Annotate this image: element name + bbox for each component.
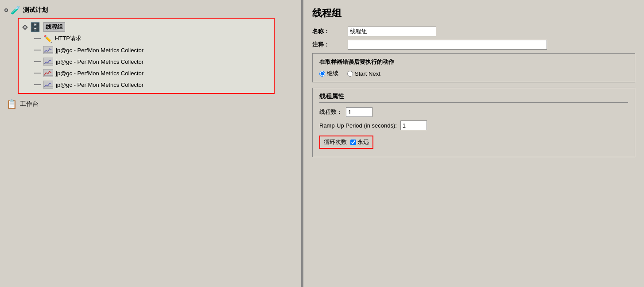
h-line-5 [34, 84, 41, 85]
ramp-up-input[interactable] [400, 120, 427, 130]
svg-rect-0 [43, 46, 53, 54]
workbench-icon: 📋 [6, 99, 17, 109]
root-node: 🧪 测试计划 [4, 4, 297, 16]
perfmon-label-1: jp@gc - PerfMon Metrics Collector [56, 47, 144, 54]
action-radio-row: 继续 Start Next [319, 70, 628, 78]
thread-group-row[interactable]: 🗄️ 线程组 [23, 21, 269, 33]
svg-rect-2 [43, 58, 53, 66]
thread-props-section: 线程属性 线程数： Ramp-Up Period (in seconds): 循… [312, 88, 635, 157]
root-connector [4, 8, 8, 12]
comment-row: 注释： [312, 40, 635, 50]
h-line-2 [34, 50, 41, 50]
perfmon-row-4[interactable]: jp@gc - PerfMon Metrics Collector [34, 79, 269, 90]
action-section-title: 在取样器错误后要执行的动作 [319, 58, 628, 66]
loop-section: 循环次数 永远 [319, 136, 373, 149]
perfmon-row-1[interactable]: jp@gc - PerfMon Metrics Collector [34, 44, 269, 56]
start-next-radio[interactable] [347, 71, 353, 77]
test-plan-label[interactable]: 测试计划 [23, 6, 48, 14]
forever-checkbox[interactable] [350, 140, 356, 145]
perfmon-label-2: jp@gc - PerfMon Metrics Collector [56, 58, 144, 65]
continue-label: 继续 [327, 70, 338, 78]
thread-count-input[interactable] [346, 107, 372, 117]
panel-title: 线程组 [312, 7, 635, 20]
http-icon: ✏️ [43, 35, 52, 43]
workbench-label: 工作台 [20, 100, 39, 108]
thread-count-label: 线程数： [319, 108, 342, 116]
thread-group-icon: 🗄️ [30, 22, 41, 32]
loop-row: 循环次数 永远 [319, 134, 628, 149]
perfmon-row-2[interactable]: jp@gc - PerfMon Metrics Collector [34, 56, 269, 67]
perfmon-icon-3 [43, 69, 53, 77]
continue-option[interactable]: 继续 [319, 70, 338, 78]
forever-label: 永远 [357, 138, 369, 146]
perfmon-label-3: jp@gc - PerfMon Metrics Collector [56, 70, 144, 77]
thread-group-connector [22, 24, 28, 30]
comment-label: 注释： [312, 41, 348, 49]
start-next-label: Start Next [355, 70, 380, 77]
perfmon-row-3[interactable]: jp@gc - PerfMon Metrics Collector [34, 67, 269, 79]
thread-count-row: 线程数： [319, 107, 628, 117]
comment-input[interactable] [348, 40, 547, 50]
perfmon-icon-2 [43, 58, 53, 66]
thread-group-label: 线程组 [43, 22, 65, 32]
ramp-up-label: Ramp-Up Period (in seconds): [319, 122, 397, 129]
action-section: 在取样器错误后要执行的动作 继续 Start Next [312, 53, 635, 82]
perfmon-label-4: jp@gc - PerfMon Metrics Collector [56, 81, 144, 88]
name-input[interactable] [348, 27, 436, 36]
http-label: HTTP请求 [55, 35, 81, 43]
continue-radio[interactable] [319, 71, 325, 77]
perfmon-icon-1 [43, 46, 53, 54]
h-line [34, 38, 41, 39]
ramp-up-row: Ramp-Up Period (in seconds): [319, 120, 628, 130]
test-plan-icon: 🧪 [11, 5, 20, 15]
loop-count-label: 循环次数 [324, 138, 347, 146]
h-line-3 [34, 61, 41, 62]
thread-props-title: 线程属性 [319, 93, 628, 103]
name-row: 名称： [312, 27, 635, 36]
forever-checkbox-label[interactable]: 永远 [350, 138, 369, 146]
http-request-row[interactable]: ✏️ HTTP请求 [34, 33, 269, 44]
perfmon-icon-4 [43, 81, 53, 89]
right-panel: 线程组 名称： 注释： 在取样器错误后要执行的动作 继续 Start Next … [303, 0, 644, 287]
name-label: 名称： [312, 27, 348, 35]
h-line-4 [34, 73, 41, 74]
start-next-option[interactable]: Start Next [347, 70, 380, 77]
svg-rect-6 [43, 81, 53, 89]
workbench-row[interactable]: 📋 工作台 [6, 98, 297, 110]
thread-group-container: 🗄️ 线程组 ✏️ HTTP请求 [18, 18, 275, 94]
